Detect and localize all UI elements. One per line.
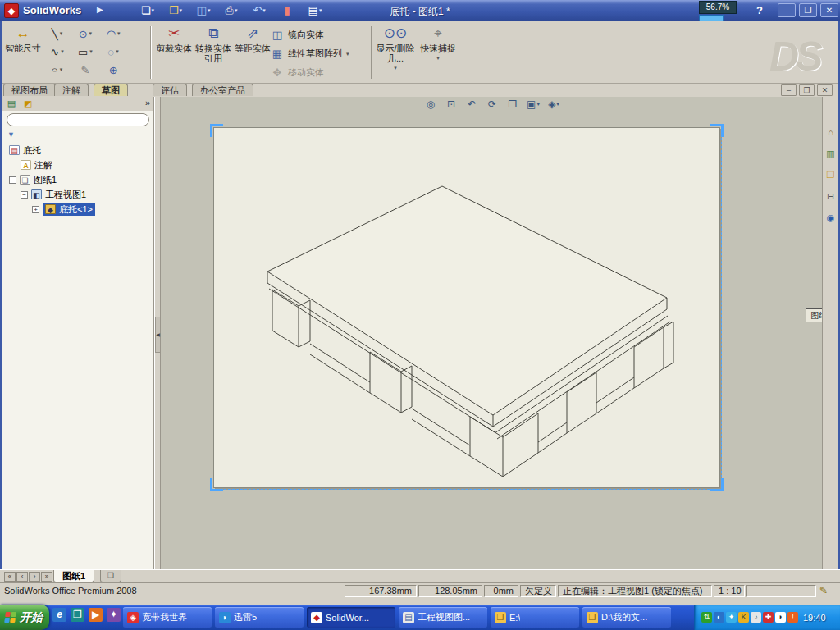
arc-tool-button[interactable]: ◠▾ — [101, 25, 126, 43]
tree-item-drawing-view1[interactable]: − ◧ 工程视图1 — [2, 187, 153, 202]
expand-expander-icon[interactable]: + — [32, 206, 39, 213]
view-settings-icon: ❒ — [509, 98, 518, 110]
zoom-to-fit-button[interactable]: ◎ — [422, 97, 440, 111]
tab-view-layout[interactable]: 视图布局 — [3, 84, 56, 96]
display-delete-relations-button[interactable]: ⊙⊙ 显示/删除几... ▾ — [376, 24, 415, 81]
tree-item-annotations[interactable]: A 注解 — [2, 158, 153, 172]
tab-evaluate[interactable]: 评估 — [153, 84, 187, 96]
view-orientation-button[interactable]: ▣▾ — [524, 97, 542, 111]
start-button[interactable]: 开始 — [0, 605, 49, 630]
smart-dimension-button[interactable]: ↔ 智能尺寸 — [3, 24, 43, 81]
quick-snaps-dropdown-icon[interactable]: ▾ — [436, 53, 440, 63]
trim-entities-button[interactable]: ✂ 剪裁实体 — [154, 24, 194, 81]
task-broadband-world[interactable]: ◈ 宽带我世界 — [123, 607, 212, 628]
convert-entities-button[interactable]: ⧉ 转换实体引用 — [194, 24, 233, 81]
collapse-expander-icon[interactable]: − — [21, 191, 28, 199]
sheet-icon: ❏ — [20, 175, 30, 185]
panel-splitter[interactable]: ◀ — [154, 97, 161, 569]
editing-status: 正在编辑：工程视图1 (锁定的焦点) — [558, 585, 712, 597]
view-settings-button[interactable]: ❒ — [504, 97, 522, 111]
messenger-icon[interactable]: ✦ — [107, 608, 121, 622]
rectangle-tool-button[interactable]: ▭▾ — [72, 43, 98, 61]
minimize-window-button[interactable]: – — [778, 3, 796, 17]
view-orientation-icon: ▣ — [527, 98, 536, 110]
tray-globe-icon[interactable]: ◐ — [714, 612, 724, 623]
spline-tool-button[interactable]: ∿▾ — [44, 43, 70, 61]
convert-entities-icon: ⧉ — [208, 24, 218, 43]
media-player-icon[interactable]: ▶ — [89, 608, 103, 622]
design-library-icon[interactable]: ▥ — [824, 148, 837, 160]
propertymanager-tab-icon[interactable]: ◩ — [21, 98, 34, 110]
tab-annotation[interactable]: 注解 — [54, 84, 89, 96]
ellipse-tool-button[interactable]: ○▾ — [44, 61, 70, 79]
tray-input-method-icon[interactable]: K — [738, 612, 749, 623]
tray-volume-icon[interactable]: ♪ — [751, 612, 761, 623]
refresh-view-button[interactable]: ⟳ — [483, 97, 501, 111]
help-button[interactable]: ? — [756, 4, 763, 16]
title-bar[interactable]: ◆ SolidWorks ▶ ❏▾ ❒▾ ◫▾ ⎙▾ ↶▾ ▮ ▤▾ 底托 - … — [0, 0, 840, 21]
tab-sketch[interactable]: 草图 — [94, 84, 128, 96]
tree-item-part[interactable]: + ◆ 底托<1> — [2, 202, 153, 217]
solidworks-resources-home-icon[interactable]: ⌂ — [824, 126, 837, 139]
pen-tool-button[interactable]: ✎ — [72, 61, 98, 79]
first-sheet-nav-button[interactable]: « — [4, 572, 16, 582]
minimize-document-button[interactable]: – — [781, 84, 797, 96]
tray-antivirus-icon[interactable]: ✚ — [763, 612, 774, 623]
quick-snaps-button[interactable]: ⌖ 快速捕捉 ▾ — [418, 24, 458, 81]
rectangle-tool-icon: ▭ — [78, 46, 88, 58]
move-entities-button[interactable]: ✥ 移动实体 — [271, 63, 369, 82]
internet-explorer-icon[interactable]: e — [52, 608, 66, 622]
construction-circle-tool-button[interactable]: ◌▾ — [101, 43, 126, 61]
featuremanager-tree-tab-icon[interactable]: ▤ — [5, 98, 18, 110]
tab-office-products[interactable]: 办公室产品 — [192, 84, 253, 96]
offset-entities-button[interactable]: ⇗ 等距实体 — [233, 24, 272, 81]
restore-window-button[interactable]: ❐ — [799, 3, 817, 17]
tray-messenger-icon[interactable]: ✦ — [726, 612, 737, 623]
close-window-button[interactable]: ✕ — [820, 3, 838, 17]
task-explorer-e-drive[interactable]: ❒ E:\ — [491, 607, 579, 628]
display-relations-dropdown-icon[interactable]: ▾ — [394, 63, 397, 73]
next-sheet-nav-button[interactable]: › — [29, 572, 40, 582]
drawing-sheet[interactable] — [213, 127, 720, 488]
hide-show-items-button[interactable]: ◈▾ — [545, 97, 563, 111]
tray-security-alert-icon[interactable]: ! — [788, 612, 798, 623]
restore-document-button[interactable]: ❐ — [799, 84, 815, 96]
zoom-to-area-button[interactable]: ⊡ — [442, 97, 460, 111]
task-thunder5[interactable]: ◗ 迅雷5 — [215, 607, 304, 628]
edit-sheet-pencil-icon[interactable]: ✎ — [819, 585, 828, 596]
tray-qq-icon[interactable]: ◗ — [775, 612, 786, 623]
previous-view-button[interactable]: ↶ — [463, 97, 481, 111]
search-globe-icon[interactable]: ◉ — [824, 212, 837, 224]
mirror-entities-icon: ◫ — [271, 29, 284, 41]
point-tool-button[interactable]: ⊕ — [101, 61, 126, 79]
panel-expand-chevron-icon[interactable]: » — [145, 98, 150, 107]
last-sheet-nav-button[interactable]: » — [41, 572, 52, 582]
close-document-button[interactable]: ✕ — [817, 84, 833, 96]
coordinate-y: 128.05mm — [418, 585, 482, 597]
panel-collapse-handle[interactable]: ◀ — [155, 317, 161, 353]
linear-sketch-pattern-button[interactable]: ▦ 线性草图阵列 ▾ — [271, 44, 369, 63]
tray-network-icon[interactable]: ⇅ — [701, 612, 712, 623]
graphics-area[interactable]: ◎ ⊡ ↶ ⟳ ❒ ▣▾ ◈▾ — [161, 97, 822, 569]
heads-up-view-toolbar: ◎ ⊡ ↶ ⟳ ❒ ▣▾ ◈▾ — [422, 97, 563, 111]
task-solidworks[interactable]: ◆ SolidWor... — [307, 607, 395, 628]
sheet1-tab[interactable]: 图纸1 — [53, 570, 94, 582]
linear-pattern-dropdown-icon[interactable]: ▾ — [346, 51, 349, 57]
circle-tool-button[interactable]: ⊙▾ — [72, 25, 98, 43]
mirror-entities-button[interactable]: ◫ 镜向实体 — [271, 25, 369, 44]
filter-funnel-icon[interactable]: ▼ — [7, 130, 15, 139]
task-drawing-view-doc[interactable]: ▤ 工程视图图... — [399, 607, 487, 628]
file-explorer-folder-icon[interactable]: ❒ — [824, 169, 837, 181]
line-tool-button[interactable]: ╲▾ — [44, 25, 70, 43]
collapse-expander-icon[interactable]: − — [9, 176, 16, 184]
show-desktop-icon[interactable]: ❐ — [71, 608, 84, 622]
desktop-screen: ◆ SolidWorks ▶ ❏▾ ❒▾ ◫▾ ⎙▾ ↶▾ ▮ ▤▾ 底托 - … — [0, 0, 840, 630]
previous-sheet-nav-button[interactable]: ‹ — [16, 572, 28, 582]
toolbar-separator — [371, 26, 372, 79]
toolbox-icon[interactable]: ⊟ — [824, 190, 837, 203]
tree-item-sheet1[interactable]: − ❏ 图纸1 — [2, 172, 153, 187]
task-my-documents[interactable]: ❒ D:\我的文... — [582, 607, 671, 628]
add-sheet-tab[interactable]: ❏ — [100, 570, 121, 582]
featuremanager-filter-input[interactable] — [7, 113, 149, 126]
tree-item-root[interactable]: ▤ 底托 — [2, 143, 153, 158]
